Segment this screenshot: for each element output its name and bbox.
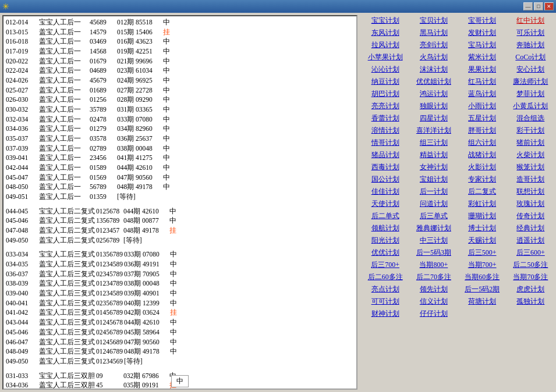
grid-link-item[interactable]: 可可计划 bbox=[362, 296, 408, 307]
close-button[interactable]: ✕ bbox=[544, 2, 554, 10]
grid-link-item[interactable]: 沫沫计划 bbox=[410, 64, 456, 75]
grid-link-item[interactable]: 猪前计划 bbox=[508, 137, 554, 148]
grid-link-item[interactable]: 小黄瓜计划 bbox=[508, 101, 554, 112]
grid-link-item[interactable]: 问道计划 bbox=[410, 198, 456, 209]
grid-link-item[interactable]: 红马计划 bbox=[459, 76, 505, 87]
grid-link-item[interactable]: 彩虹计划 bbox=[459, 198, 505, 209]
grid-link-item[interactable]: 火鸟计划 bbox=[410, 52, 456, 63]
grid-link-item[interactable]: 发财计划 bbox=[459, 27, 505, 38]
grid-link-item[interactable]: 五星计划 bbox=[459, 113, 505, 124]
grid-link-item[interactable]: 传奇计划 bbox=[508, 211, 554, 222]
grid-link-item[interactable]: 造哥计划 bbox=[508, 174, 554, 185]
grid-link-item[interactable]: 优优计划 bbox=[362, 247, 408, 258]
grid-link-item[interactable]: 喜洋洋计划 bbox=[410, 125, 456, 136]
grid-link-item[interactable]: 红中计划 bbox=[508, 15, 554, 26]
grid-link-item[interactable]: 天赐计划 bbox=[459, 235, 505, 246]
grid-link-item[interactable]: 亮剑计划 bbox=[410, 40, 456, 51]
grid-link-item[interactable]: 纳豆计划 bbox=[362, 76, 408, 87]
grid-link-item[interactable]: 孤独计划 bbox=[508, 296, 554, 307]
grid-link-item[interactable]: 后三500+ bbox=[459, 247, 505, 258]
grid-link-item[interactable]: 情哥计划 bbox=[362, 137, 408, 148]
grid-link-item[interactable]: 彩干计划 bbox=[508, 125, 554, 136]
grid-link-item[interactable]: 奔驰计划 bbox=[508, 40, 554, 51]
grid-link-item[interactable]: 博士计划 bbox=[459, 223, 505, 234]
grid-link-item[interactable]: 当期60多注 bbox=[459, 272, 505, 283]
grid-link-item[interactable]: 宝姐计划 bbox=[410, 174, 456, 185]
grid-link-item[interactable]: 胡巴计划 bbox=[362, 88, 408, 99]
grid-link-item[interactable]: 后一计划 bbox=[410, 186, 456, 197]
grid-link-item[interactable]: 宝马计划 bbox=[459, 40, 505, 51]
grid-link-item[interactable]: 联想计划 bbox=[508, 186, 554, 197]
grid-link-item[interactable]: 当期700+ bbox=[459, 259, 505, 270]
grid-link-item[interactable]: 仔仔计划 bbox=[410, 308, 456, 319]
grid-link-item[interactable]: 精益计划 bbox=[410, 149, 456, 161]
maximize-button[interactable]: □ bbox=[534, 2, 543, 10]
grid-link-item[interactable]: 荷塘计划 bbox=[459, 296, 505, 307]
minimize-button[interactable]: — bbox=[523, 2, 533, 10]
grid-link-item[interactable]: 当期800+ bbox=[410, 259, 456, 270]
grid-link-item[interactable]: 沁沁计划 bbox=[362, 64, 408, 75]
grid-link-item[interactable]: 安心计划 bbox=[508, 64, 554, 75]
grid-link-item[interactable]: 优优姐计划 bbox=[410, 76, 456, 87]
grid-link-item[interactable]: 亮亮计划 bbox=[362, 101, 408, 112]
grid-link-item[interactable]: 四星计划 bbox=[410, 113, 456, 124]
grid-link-item[interactable]: 天使计划 bbox=[362, 198, 408, 209]
grid-link-item[interactable]: 后一5码3期 bbox=[410, 247, 456, 258]
grid-link-item[interactable]: 虎虎计划 bbox=[508, 284, 554, 295]
grid-link-item[interactable]: 小苹果计划 bbox=[362, 52, 408, 63]
grid-link-item[interactable]: 阳光计划 bbox=[362, 235, 408, 246]
grid-link-item[interactable]: 拉风计划 bbox=[362, 40, 408, 51]
grid-link-item[interactable]: 宝贝计划 bbox=[410, 15, 456, 26]
grid-link-item[interactable]: 领先计划 bbox=[410, 284, 456, 295]
grid-link-item[interactable]: 珊瑚计划 bbox=[459, 211, 505, 222]
grid-link-item[interactable]: 溶情计划 bbox=[362, 125, 408, 136]
grid-link-item[interactable]: 廉法师计划 bbox=[508, 76, 554, 87]
grid-link-item[interactable]: 黑马计划 bbox=[410, 27, 456, 38]
grid-link-item[interactable]: 当期70多注 bbox=[508, 272, 554, 283]
grid-link-item[interactable]: 雅典娜计划 bbox=[410, 223, 456, 234]
grid-link-item[interactable]: 佳佳计划 bbox=[362, 186, 408, 197]
grid-link-item[interactable]: 后一5码2期 bbox=[459, 284, 505, 295]
grid-link-item[interactable]: 后二单式 bbox=[362, 211, 408, 222]
grid-link-item[interactable]: 梦菲计划 bbox=[508, 88, 554, 99]
grid-link-item[interactable]: 后三600+ bbox=[508, 247, 554, 258]
grid-link-item[interactable]: 组六计划 bbox=[459, 137, 505, 148]
grid-link-item[interactable]: 女神计划 bbox=[410, 162, 456, 173]
grid-link-item[interactable]: 经典计划 bbox=[508, 223, 554, 234]
grid-link-item[interactable]: 中三计划 bbox=[410, 235, 456, 246]
grid-link-item[interactable]: 后二复式 bbox=[459, 186, 505, 197]
grid-link-item[interactable]: 战猪计划 bbox=[459, 149, 505, 161]
grid-link-item[interactable]: 信义计划 bbox=[410, 296, 456, 307]
grid-link-item[interactable]: 亮点计划 bbox=[362, 284, 408, 295]
list-container[interactable]: 012-014 宝宝人工后一 45689 012期 85518 中 013-01… bbox=[3, 16, 356, 389]
grid-link-item[interactable]: 蓝鸟计划 bbox=[459, 88, 505, 99]
grid-link-item[interactable]: 独眼计划 bbox=[410, 101, 456, 112]
grid-link-item[interactable]: 火影计划 bbox=[459, 162, 505, 173]
grid-link-item[interactable]: 财神计划 bbox=[362, 308, 408, 319]
grid-link-item[interactable]: 宝宝计划 bbox=[362, 15, 408, 26]
grid-link-item[interactable]: 后二60多注 bbox=[362, 272, 408, 283]
grid-link-item[interactable]: 可乐计划 bbox=[508, 27, 554, 38]
grid-link-item[interactable]: 鸿运计划 bbox=[410, 88, 456, 99]
grid-link-item[interactable]: 果果计划 bbox=[459, 64, 505, 75]
grid-link-item[interactable]: 逍遥计划 bbox=[508, 235, 554, 246]
grid-link-item[interactable]: 猴笼计划 bbox=[508, 162, 554, 173]
grid-link-item[interactable]: 东风计划 bbox=[362, 27, 408, 38]
grid-link-item[interactable]: 专家计划 bbox=[459, 174, 505, 185]
grid-link-item[interactable]: 西毒计划 bbox=[362, 162, 408, 173]
grid-link-item[interactable]: 猪品计划 bbox=[362, 149, 408, 161]
grid-link-item[interactable]: 组三计划 bbox=[410, 137, 456, 148]
grid-link-item[interactable]: 国公计划 bbox=[362, 174, 408, 185]
grid-link-item[interactable]: 后三单式 bbox=[410, 211, 456, 222]
grid-link-item[interactable]: 后二70多注 bbox=[410, 272, 456, 283]
grid-link-item[interactable]: 玫瑰计划 bbox=[508, 198, 554, 209]
grid-link-item[interactable]: 胖哥计划 bbox=[459, 125, 505, 136]
grid-link-item[interactable]: 后三700+ bbox=[362, 259, 408, 270]
grid-link-item[interactable]: 火柴计划 bbox=[508, 149, 554, 161]
grid-link-item[interactable]: CoCo计划 bbox=[508, 52, 554, 63]
grid-link-item[interactable]: 混合组选 bbox=[508, 113, 554, 124]
grid-link-item[interactable]: 宝哥计划 bbox=[459, 15, 505, 26]
grid-link-item[interactable]: 紫米计划 bbox=[459, 52, 505, 63]
grid-link-item[interactable]: 小雨计划 bbox=[459, 101, 505, 112]
grid-link-item[interactable]: 后二50多注 bbox=[508, 259, 554, 270]
